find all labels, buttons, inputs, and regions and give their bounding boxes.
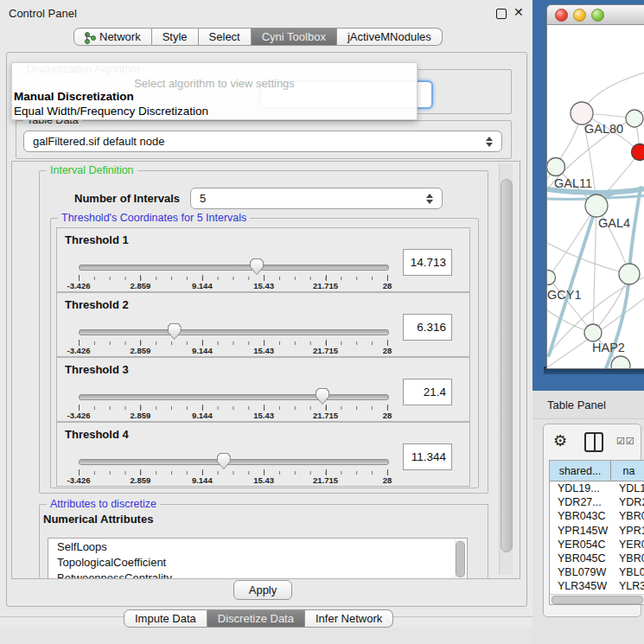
node-label: GCY1 bbox=[547, 288, 582, 302]
node-gcy1[interactable] bbox=[547, 271, 556, 285]
slider-thumb[interactable] bbox=[316, 388, 329, 405]
float-window-icon[interactable] bbox=[496, 9, 507, 19]
tab-style[interactable]: Style bbox=[152, 28, 199, 46]
tab-infer-network[interactable]: Infer Network bbox=[305, 609, 393, 628]
node-label: GAL80 bbox=[584, 122, 623, 136]
table-row[interactable]: YER054CYER0 bbox=[550, 538, 644, 552]
apply-button[interactable]: Apply bbox=[233, 580, 292, 600]
table-row[interactable]: YPR145WYPR1 bbox=[550, 524, 644, 538]
slider-ticks bbox=[79, 277, 387, 280]
table-header-row: shared... na bbox=[550, 461, 644, 481]
tab-select[interactable]: Select bbox=[199, 28, 252, 46]
tab-label: Infer Network bbox=[316, 612, 382, 625]
combobox-value: galFiltered.sif default node bbox=[33, 135, 486, 148]
algorithm-dropdown-popup: Select algorithm to view settings Manual… bbox=[11, 62, 418, 120]
table-panel-region: Table Panel ⚙ ☑☑ shared... na YDL19...YD… bbox=[532, 391, 644, 644]
network-icon bbox=[85, 31, 95, 43]
table-panel-titlebar: Table Panel bbox=[532, 391, 644, 419]
slider-tick-labels: -3.4262.8599.14415.4321.71528 bbox=[79, 411, 387, 421]
mac-minimize-button[interactable] bbox=[573, 9, 586, 22]
slider-thumb[interactable] bbox=[168, 323, 182, 340]
threshold-value-field[interactable]: 21.4 bbox=[403, 379, 452, 405]
scrollbar-thumb[interactable] bbox=[456, 541, 465, 577]
slider-tick-labels: -3.4262.8599.14415.4321.71528 bbox=[79, 346, 387, 356]
column-header-shared-name[interactable]: shared... bbox=[550, 461, 611, 481]
network-canvas[interactable]: GAL80 GA C GAL11 GAL4 GCY1 H HAP2 bbox=[547, 25, 644, 368]
top-tab-strip: Network Style Select Cyni Toolbox jActiv… bbox=[73, 28, 443, 46]
vertical-scrollbar[interactable] bbox=[499, 163, 513, 575]
network-window-titlebar[interactable] bbox=[547, 5, 644, 25]
list-item[interactable]: BetweennessCentrality bbox=[48, 570, 467, 579]
slider-ticks bbox=[79, 471, 387, 475]
threshold-slider[interactable]: -3.4262.8599.14415.4321.71528 bbox=[79, 389, 387, 420]
threshold-slider[interactable]: -3.4262.8599.14415.4321.71528 bbox=[79, 454, 387, 485]
node-hap2[interactable] bbox=[584, 324, 602, 341]
node-gal4[interactable] bbox=[585, 194, 608, 217]
node-left-mid[interactable] bbox=[547, 158, 565, 176]
gear-icon[interactable]: ⚙ bbox=[553, 431, 567, 450]
slider-ticks bbox=[79, 406, 387, 410]
table-row[interactable]: YLR345WYLR3 bbox=[550, 579, 644, 593]
mac-close-button[interactable] bbox=[555, 9, 568, 22]
horizontal-scrollbar[interactable] bbox=[550, 594, 644, 604]
threshold-panel: Threshold 1 -3.4262.8599.14415.4321.7152… bbox=[56, 227, 470, 292]
table-row[interactable]: YBR045CYBR0 bbox=[550, 552, 644, 565]
panel-title: Control Panel bbox=[9, 7, 77, 20]
threshold-slider[interactable]: -3.4262.8599.14415.4321.71528 bbox=[79, 259, 387, 290]
popup-option-manual-discretization[interactable]: Manual Discretization bbox=[14, 90, 134, 103]
mac-zoom-button[interactable] bbox=[591, 9, 604, 22]
list-item[interactable]: TopologicalCoefficient bbox=[48, 554, 467, 570]
node-partial-top-right[interactable] bbox=[626, 110, 643, 127]
threshold-label: Threshold 2 bbox=[65, 298, 129, 311]
threshold-panel: Threshold 4 -3.4262.8599.14415.4321.7152… bbox=[56, 422, 470, 487]
threshold-panel: Threshold 2 -3.4262.8599.14415.4321.7152… bbox=[56, 292, 470, 357]
tab-cyni-toolbox[interactable]: Cyni Toolbox bbox=[252, 28, 337, 46]
slider-track[interactable] bbox=[79, 459, 389, 465]
list-item[interactable]: SelfLoops bbox=[48, 539, 467, 554]
slider-track[interactable] bbox=[79, 329, 389, 335]
group-title: Threshold's Coordinates for 5 Intervals bbox=[58, 212, 250, 224]
column-layout-icon[interactable] bbox=[584, 432, 603, 452]
threshold-value-field[interactable]: 14.713 bbox=[403, 249, 452, 276]
table-row[interactable]: YDL19...YDL1 bbox=[550, 481, 644, 495]
network-view-window: GAL80 GA C GAL11 GAL4 GCY1 H HAP2 bbox=[546, 4, 644, 369]
tab-jactivemnodules[interactable]: jActiveMNodules bbox=[337, 28, 443, 46]
combobox-value: 5 bbox=[200, 192, 426, 205]
table-data-combobox[interactable]: galFiltered.sif default node bbox=[23, 131, 502, 152]
network-graph: GAL80 GA C GAL11 GAL4 GCY1 H HAP2 bbox=[547, 25, 644, 368]
node-label: GAL4 bbox=[598, 216, 630, 230]
tab-label: Style bbox=[163, 30, 188, 43]
number-of-intervals-combobox[interactable]: 5 bbox=[190, 188, 443, 209]
checkbox-icons[interactable]: ☑☑ bbox=[616, 436, 635, 447]
node-red-selected[interactable] bbox=[632, 144, 644, 161]
popup-option-equal-width[interactable]: Equal Width/Frequency Discretization bbox=[14, 105, 208, 118]
close-icon[interactable]: ✕ bbox=[513, 5, 524, 19]
scrollbar-thumb[interactable] bbox=[501, 179, 513, 552]
table-row[interactable]: YDR27...YDR2 bbox=[550, 495, 644, 509]
threshold-value-field[interactable]: 11.344 bbox=[403, 443, 452, 470]
threshold-slider[interactable]: -3.4262.8599.14415.4321.71528 bbox=[79, 324, 387, 355]
tab-label: Discretize Data bbox=[218, 612, 294, 625]
threshold-value-field[interactable]: 6.316 bbox=[403, 314, 452, 341]
tab-impute-data[interactable]: Impute Data bbox=[124, 609, 207, 628]
table-row[interactable]: YBR043CYBR0 bbox=[550, 509, 644, 523]
screen: Control Panel ✕ Network Style Select Cyn… bbox=[0, 0, 644, 644]
node-h[interactable] bbox=[619, 264, 640, 284]
table-panel-window: ⚙ ☑☑ shared... na YDL19...YDL1 YDR27...Y… bbox=[543, 424, 641, 617]
slider-tick-labels: -3.4262.8599.14415.4321.71528 bbox=[79, 281, 387, 291]
column-header-name[interactable]: na bbox=[611, 461, 644, 481]
settings-scroll-pane: Interval Definition Number of Intervals … bbox=[11, 161, 520, 579]
slider-thumb[interactable] bbox=[250, 258, 264, 275]
slider-track[interactable] bbox=[79, 265, 389, 271]
numerical-attributes-heading: Numerical Attributes bbox=[43, 513, 153, 526]
list-scrollbar[interactable] bbox=[455, 540, 465, 577]
tab-label: jActiveMNodules bbox=[348, 30, 431, 43]
scrollbar-thumb[interactable] bbox=[552, 596, 643, 604]
slider-thumb[interactable] bbox=[217, 453, 231, 469]
table-row[interactable]: YBL079WYBL0 bbox=[550, 565, 644, 579]
tab-network[interactable]: Network bbox=[73, 28, 152, 46]
tab-discretize-data[interactable]: Discretize Data bbox=[207, 609, 305, 628]
attributes-list[interactable]: SelfLoops TopologicalCoefficient Between… bbox=[48, 538, 468, 579]
node-label: GAL11 bbox=[554, 176, 592, 190]
slider-track[interactable] bbox=[79, 394, 389, 400]
